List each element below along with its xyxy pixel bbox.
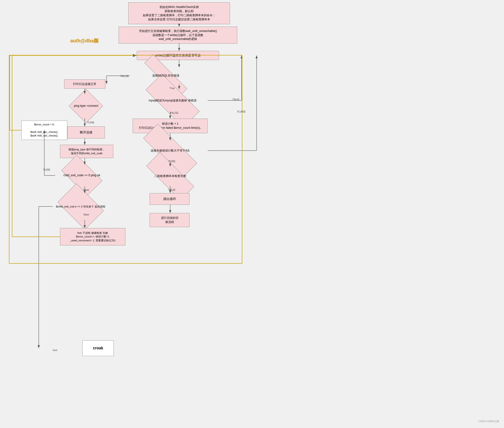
node-error-count-plus: 错误计数 + 1 打印日志Connection failed $error_co… [133,119,208,133]
node-child-exit-ok: child_exit_code == 0 ping ok [55,165,108,186]
node-exit-loop: 跳出循环 [150,193,190,205]
node-ping-type: ping type =connect [67,94,105,118]
node-fork-fail: fork 子进程 健康检查 失败 $error_count++; 错误计数+1 … [60,228,125,246]
label-ture: TURE [87,121,94,124]
label-ture2: TURE [43,168,50,171]
label-false3: false [83,188,89,191]
node-second-check-fail: 二路检查脚本本检查失败 [138,166,203,186]
node-croak: croak [82,340,114,356]
label-flase: FLASE [237,110,246,113]
node-mysql-std-error: mysql错误为mysql连接失败标 准错误 [138,89,208,112]
label-false2: FALSE [170,111,178,114]
node-failover: 进行后续的切 换流程 [150,213,190,227]
label-false: FALSE [121,74,129,77]
node-init: 初始化MHA::HealthCheck实例 获取检查间隔，默认秒 如果设置了二路… [128,2,230,24]
watermark: CSDN ©DBA之路 [478,420,499,423]
node-disconnect: 断开连接 [67,126,105,139]
node-child-exit-2: $child_exit_cod e == 2 存在多个 监控进程 [53,193,108,220]
node-error-reset: $error_count = 0; $self->kill_sec_check(… [21,121,67,140]
node-error-gte4: 连接失败错误计数大于等于4次 [133,140,208,161]
auth-label: auth@dba颜 [70,38,99,44]
label-true: True [169,87,175,90]
label-ture4: ture [53,349,57,352]
label-false4: false [83,213,89,216]
node-print-normal: 打印日志连接正常 [64,79,105,89]
node-start-check: 开始进行主实例健康检查，执行函数wait_until_unreachable()… [119,27,237,44]
label-true2: TRUE [168,188,175,191]
label-ture3: TURE [168,160,175,163]
label-true-upper: TRUE [232,98,240,101]
node-ping-detection: 根据ping_type 做不同的检测， 返回不同的child_exit_code [60,145,113,158]
